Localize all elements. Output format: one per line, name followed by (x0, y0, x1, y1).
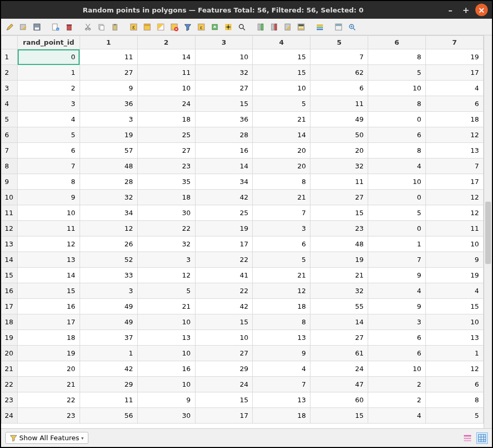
cell[interactable]: 4 (368, 159, 426, 174)
cell[interactable]: 28 (195, 127, 253, 143)
cell[interactable]: 4 (368, 408, 426, 424)
cell[interactable]: 3 (137, 252, 195, 268)
cell[interactable]: 16 (195, 143, 253, 159)
cell[interactable]: 3 (368, 314, 426, 330)
cell[interactable]: 24 (195, 377, 253, 392)
row-header[interactable]: 6 (2, 127, 18, 143)
cell[interactable]: 13 (137, 330, 195, 346)
cell[interactable]: 17 (18, 314, 80, 330)
table-row[interactable]: 17164921421855915 (2, 299, 484, 314)
cell[interactable]: 19 (195, 221, 253, 236)
filter-features-button[interactable]: Show All Features ▾ (5, 432, 88, 444)
cell[interactable]: 17 (195, 236, 253, 252)
table-row[interactable]: 15143312412121919 (2, 268, 484, 283)
row-header[interactable]: 20 (2, 346, 18, 361)
table-row[interactable]: 54318362149018 (2, 112, 484, 127)
cell[interactable]: 20 (310, 143, 368, 159)
cell[interactable]: 26 (80, 236, 137, 252)
cell[interactable]: 14 (253, 127, 310, 143)
cell[interactable]: 13 (426, 330, 484, 346)
cell[interactable]: 55 (310, 299, 368, 314)
cell[interactable]: 27 (310, 330, 368, 346)
scrollbar-thumb[interactable] (485, 202, 491, 264)
cell[interactable]: 52 (80, 252, 137, 268)
cell[interactable]: 30 (137, 408, 195, 424)
table-row[interactable]: 651925281450612 (2, 127, 484, 143)
save-icon[interactable] (31, 21, 43, 33)
cell[interactable]: 17 (426, 65, 484, 81)
cell[interactable]: 36 (195, 112, 253, 127)
cell[interactable]: 3 (80, 283, 137, 299)
cell[interactable]: 9 (368, 299, 426, 314)
cell[interactable]: 15 (195, 314, 253, 330)
cell[interactable]: 60 (310, 392, 368, 408)
cell[interactable]: 24 (137, 96, 195, 112)
cell[interactable]: 13 (253, 392, 310, 408)
cell[interactable]: 27 (137, 143, 195, 159)
cell[interactable]: 6 (368, 127, 426, 143)
cell[interactable]: 17 (426, 174, 484, 190)
cell[interactable]: 47 (310, 377, 368, 392)
table-row[interactable]: 4336241551186 (2, 96, 484, 112)
cell[interactable]: 20 (253, 143, 310, 159)
cell[interactable]: 18 (253, 299, 310, 314)
row-header[interactable]: 4 (2, 96, 18, 112)
cell[interactable]: 12 (426, 190, 484, 205)
cell[interactable]: 14 (310, 314, 368, 330)
cell[interactable]: 30 (137, 205, 195, 221)
minimize-button[interactable]: – (444, 4, 457, 16)
cell[interactable]: 11 (80, 49, 137, 65)
cell[interactable]: 23 (137, 159, 195, 174)
cell[interactable]: 42 (195, 190, 253, 205)
row-header[interactable]: 22 (2, 377, 18, 392)
cell[interactable]: 21 (253, 190, 310, 205)
cell[interactable]: 6 (368, 346, 426, 361)
table-row[interactable]: 212711321562517 (2, 65, 484, 81)
cell[interactable]: 7 (426, 159, 484, 174)
cell[interactable]: 8 (368, 96, 426, 112)
table-row[interactable]: 982835348111017 (2, 174, 484, 190)
cell[interactable]: 32 (310, 159, 368, 174)
cell[interactable]: 1 (426, 346, 484, 361)
cell[interactable]: 7 (310, 49, 368, 65)
cell[interactable]: 32 (137, 236, 195, 252)
cell[interactable]: 21 (310, 268, 368, 283)
table-row[interactable]: 16153522123244 (2, 283, 484, 299)
cell[interactable]: 9 (80, 81, 137, 96)
zoom-to-icon[interactable] (236, 21, 248, 33)
cell[interactable]: 5 (426, 408, 484, 424)
cell[interactable]: 14 (137, 49, 195, 65)
corner-cell[interactable] (2, 36, 18, 49)
cell[interactable]: 2 (368, 392, 426, 408)
row-header[interactable]: 18 (2, 314, 18, 330)
cell[interactable]: 3 (253, 221, 310, 236)
cell[interactable]: 7 (253, 205, 310, 221)
conditional-format-icon[interactable] (314, 21, 326, 33)
delete-column-icon[interactable] (268, 21, 280, 33)
form-view-button[interactable] (462, 432, 473, 444)
cell[interactable]: 20 (18, 361, 80, 377)
cell[interactable]: 4 (426, 283, 484, 299)
table-row[interactable]: 14135232251979 (2, 252, 484, 268)
cell[interactable]: 56 (80, 408, 137, 424)
column-header[interactable]: 6 (368, 36, 426, 49)
cell[interactable]: 36 (80, 96, 137, 112)
cell[interactable]: 12 (253, 283, 310, 299)
cell[interactable]: 12 (137, 268, 195, 283)
cell[interactable]: 27 (310, 190, 368, 205)
cell[interactable]: 1 (18, 65, 80, 81)
pencil-icon[interactable] (4, 21, 16, 33)
cell[interactable]: 10 (368, 174, 426, 190)
multi-edit-icon[interactable] (18, 21, 29, 33)
cell[interactable]: 8 (368, 143, 426, 159)
cell[interactable]: 9 (253, 346, 310, 361)
cell[interactable]: 15 (253, 65, 310, 81)
row-header[interactable]: 23 (2, 392, 18, 408)
cell[interactable]: 5 (137, 283, 195, 299)
cell[interactable]: 8 (426, 392, 484, 408)
cell[interactable]: 23 (18, 408, 80, 424)
actions-icon[interactable] (346, 21, 358, 33)
column-header[interactable]: rand_point_id (18, 36, 80, 49)
cell[interactable]: 6 (253, 236, 310, 252)
close-button[interactable]: × (475, 4, 488, 16)
